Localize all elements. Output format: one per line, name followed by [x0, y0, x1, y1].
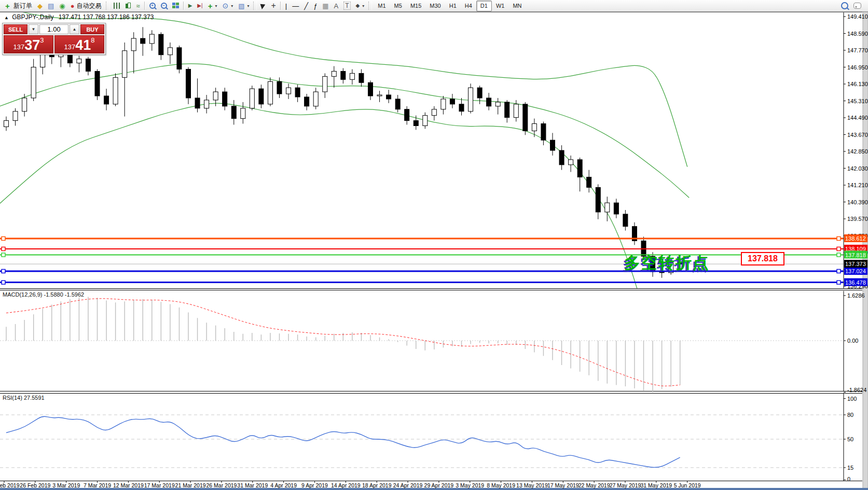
cursor-icon — [260, 2, 267, 9]
horizontal-line-icon: — — [292, 3, 299, 9]
collapse-arrow-icon[interactable]: ▲ — [4, 15, 9, 20]
tf-mn-button[interactable]: MN — [508, 1, 526, 11]
candle — [550, 140, 555, 150]
fibo-button[interactable]: ƒ — [311, 1, 320, 11]
line-handle[interactable] — [837, 281, 841, 284]
bid-price-tag: 137.373 — [845, 261, 866, 267]
vline-button[interactable]: | — [283, 1, 290, 11]
price-axis-label: 143.670 — [847, 132, 868, 138]
candlestick-button[interactable] — [122, 1, 134, 11]
candle — [241, 108, 245, 119]
volume-up-button[interactable]: ▲ — [70, 24, 79, 34]
zoom-in-icon: + — [149, 3, 156, 9]
label-icon: T — [343, 2, 350, 10]
signals-button[interactable]: ◉ — [57, 1, 67, 11]
zoom-out-button[interactable]: − — [158, 1, 170, 11]
search-icon — [841, 2, 848, 9]
rsi-axis-label: 15 — [847, 465, 853, 471]
tf-m1-button[interactable]: M1 — [374, 1, 390, 11]
new-order-button[interactable]: + 新订单 — [1, 1, 35, 11]
candle — [268, 81, 272, 104]
templates-dropdown[interactable]: ▧ ▾ — [236, 1, 252, 11]
channel-button[interactable]: ▦ — [320, 1, 331, 11]
tf-m5-button[interactable]: M5 — [390, 1, 406, 11]
chart-shift-button[interactable]: ▶| — [195, 1, 205, 11]
chevron-down-icon: ▾ — [362, 4, 364, 8]
candle — [423, 116, 428, 126]
turning-point-annotation[interactable]: 多空转折点 — [624, 252, 710, 274]
buy-button[interactable]: BUY — [80, 24, 104, 34]
candle — [514, 104, 518, 118]
line-handle[interactable] — [2, 247, 5, 250]
hline-button[interactable]: — — [290, 1, 301, 11]
tf-d1-button[interactable]: D1 — [476, 1, 492, 11]
candle — [596, 187, 600, 212]
bar-chart-button[interactable] — [111, 1, 122, 11]
signals-icon: ◉ — [59, 3, 65, 9]
search-button[interactable] — [838, 1, 851, 11]
candle — [277, 81, 282, 94]
channel-icon: ▦ — [322, 3, 328, 9]
candle — [495, 102, 500, 106]
candle — [177, 48, 182, 69]
tf-h4-button[interactable]: H4 — [461, 1, 476, 11]
volume-input[interactable]: 1.00 — [39, 24, 68, 34]
toolbar-grip — [368, 2, 372, 10]
line-handle[interactable] — [2, 269, 5, 273]
label-button[interactable]: T — [341, 1, 353, 11]
line-handle[interactable] — [837, 237, 841, 241]
chevron-down-icon: ▾ — [247, 4, 249, 8]
level-price-tag: 137.818 — [845, 252, 866, 258]
autotrading-button[interactable]: ● 自动交易 — [68, 1, 104, 11]
line-handle[interactable] — [837, 247, 841, 250]
candle — [450, 99, 454, 104]
auto-scroll-button[interactable]: ▶ — [186, 1, 195, 11]
candle — [22, 98, 27, 111]
indicators-dropdown[interactable]: + ▾ — [205, 1, 220, 11]
line-handle[interactable] — [2, 253, 5, 257]
toolbar: + 新订单 ◆ ▤ ◉ ● 自动交易 ≈ + − ▶ ▶| + ▾ ⊙ — [0, 0, 868, 12]
text-button[interactable]: A — [332, 1, 341, 11]
candle — [487, 98, 491, 106]
periods-dropdown[interactable]: ⊙ ▾ — [219, 1, 236, 11]
line-handle[interactable] — [837, 269, 841, 273]
chat-button[interactable] — [851, 1, 864, 11]
line-handle[interactable] — [2, 237, 5, 241]
date-axis-label: 17 Mar 2019 — [144, 482, 175, 488]
candle — [532, 124, 536, 131]
date-axis-label: 21 Feb 2019 — [0, 482, 20, 488]
rsi-axis-label: 80 — [847, 412, 853, 418]
chart-shift-icon: ▶| — [197, 3, 202, 8]
line-chart-button[interactable]: ≈ — [134, 1, 143, 11]
chat-icon — [853, 3, 861, 9]
toolbar-separator — [183, 2, 184, 10]
price-axis-label: 144.490 — [847, 115, 868, 121]
candle — [387, 95, 391, 99]
cursor-button[interactable] — [258, 1, 268, 11]
crosshair-button[interactable]: + — [268, 1, 278, 11]
price-level-annotation[interactable]: 137.818 — [741, 252, 784, 265]
tf-w1-button[interactable]: W1 — [492, 1, 509, 11]
candle — [405, 109, 409, 121]
trendline-button[interactable]: ╱ — [301, 1, 311, 11]
sell-button[interactable]: SELL — [4, 24, 27, 34]
arrows-dropdown[interactable]: ◆ ▾ — [353, 1, 367, 11]
buy-price-box[interactable]: 137418 — [54, 35, 104, 53]
ticket-button[interactable]: ◆ — [35, 1, 45, 11]
tf-m15-button[interactable]: M15 — [406, 1, 425, 11]
tf-m30-button[interactable]: M30 — [425, 1, 445, 11]
tf-h1-button[interactable]: H1 — [445, 1, 461, 11]
terminal-button[interactable]: ▤ — [45, 1, 57, 11]
zoom-in-button[interactable]: + — [147, 1, 158, 11]
chart-canvas[interactable]: 149.410148.590147.770146.950146.130145.3… — [0, 0, 868, 490]
sell-price-box[interactable]: 137373 — [4, 35, 53, 53]
rsi-axis-label: 0 — [847, 476, 850, 482]
tile-windows-button[interactable] — [170, 1, 182, 11]
volume-down-button[interactable]: ▼ — [29, 24, 38, 34]
price-axis-label: 146.130 — [847, 81, 868, 87]
candle — [113, 77, 118, 104]
new-order-label: 新订单 — [13, 2, 32, 10]
candle — [395, 99, 400, 109]
line-handle[interactable] — [837, 253, 841, 257]
line-handle[interactable] — [2, 281, 5, 284]
